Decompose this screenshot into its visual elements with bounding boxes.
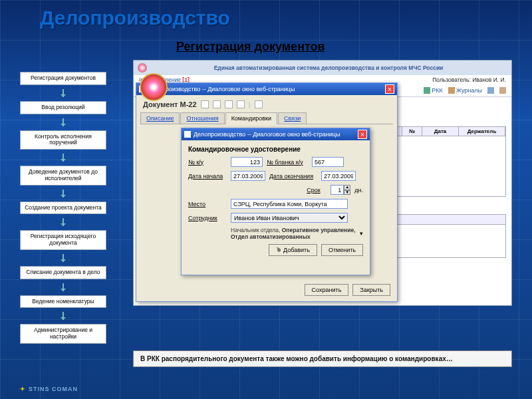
nav-step-create[interactable]: Создание проекта документа — [20, 201, 106, 215]
tab-trips[interactable]: Командировки — [225, 112, 277, 124]
term-unit: дн. — [354, 187, 363, 194]
dialog2-title: Делопроизводство -- Диалоговое окно веб-… — [194, 131, 355, 138]
trip-heading: Командировочное удостоверение — [188, 146, 363, 153]
page-sub-title: Регистрация документов — [176, 40, 325, 54]
arrow-down-icon — [63, 312, 64, 320]
dialog-icon — [184, 131, 191, 138]
nav-step-deliver[interactable]: Доведение документов до исполнителей — [20, 166, 106, 186]
doc-tool-icon[interactable] — [225, 100, 233, 108]
label-employee: Сотрудник — [188, 215, 227, 221]
nav-step-writeoff[interactable]: Списание документа в дело — [20, 266, 106, 279]
doc-tool-icon[interactable] — [213, 100, 221, 108]
journals-link[interactable]: Журналы — [448, 87, 482, 94]
label-num-ku: № к/у — [188, 159, 227, 166]
app-header: Единая автоматизированная система делопр… — [134, 61, 511, 75]
cancel-button[interactable]: Отменить — [321, 244, 363, 256]
doc-tool-icon[interactable] — [201, 100, 209, 108]
arrow-down-icon — [63, 218, 64, 226]
nav-step-admin[interactable]: Администрирование и настройки — [20, 324, 106, 344]
doc-tabs: Описание Отношения Командировки Связи — [140, 112, 393, 124]
term-stepper[interactable]: ▲▼ — [331, 185, 350, 195]
nav-step-resolutions[interactable]: Ввод резолюций — [20, 101, 106, 114]
tab-links[interactable]: Связи — [278, 112, 307, 124]
rkk-link[interactable]: РКК — [424, 87, 443, 94]
col-num[interactable]: № — [402, 127, 422, 136]
label-date-start: Дата начала — [188, 173, 227, 180]
rkk-icon — [424, 87, 430, 94]
select-employee[interactable]: Иванов Иван Иванович — [231, 213, 348, 223]
dialog1-title: Делопроизводство -- Диалоговое окно веб-… — [148, 86, 382, 92]
vendor-logo: STINS COMAN — [20, 386, 78, 392]
chevron-down-icon[interactable]: ▾ — [360, 230, 363, 237]
nav-step-control[interactable]: Контроль исполнения поручений — [20, 130, 106, 150]
label-num-blank: № бланка к/у — [267, 159, 308, 166]
doc-tool-icon[interactable] — [237, 100, 245, 108]
arrow-down-icon — [63, 118, 64, 126]
workflow-nav: Регистрация документов Ввод резолюций Ко… — [20, 72, 106, 344]
close-icon[interactable]: × — [385, 84, 394, 94]
close-icon[interactable]: × — [358, 130, 367, 139]
document-heading: Документ М-22 | — [140, 99, 393, 110]
arrow-down-icon — [63, 190, 64, 198]
arrow-down-icon — [63, 254, 64, 262]
input-date-end[interactable] — [321, 171, 356, 181]
arrow-down-icon — [63, 283, 64, 291]
nav-step-nomenclature[interactable]: Ведение номенклатуры — [20, 295, 106, 309]
label-date-end: Дата окончания — [269, 173, 317, 180]
nav-step-outgoing[interactable]: Регистрация исходящего документа — [20, 230, 106, 250]
spin-down-icon[interactable]: ▼ — [344, 190, 350, 196]
input-num-blank[interactable] — [312, 157, 344, 167]
emblem-large-icon — [140, 73, 168, 101]
employee-details: Начальник отдела, Оперативное управление… — [231, 227, 356, 240]
page-main-title: Делопроизводство — [40, 7, 230, 29]
generic-icon — [487, 87, 494, 94]
input-num-ku[interactable] — [231, 157, 263, 167]
trip-dialog: Делопроизводство -- Диалоговое окно веб-… — [181, 128, 370, 275]
label-place: Место — [188, 201, 227, 207]
journals-icon — [448, 87, 455, 94]
tool-icon-1[interactable] — [487, 87, 494, 94]
spin-up-icon[interactable]: ▲ — [344, 185, 350, 190]
doc-tool-icon[interactable] — [255, 100, 263, 108]
generic-icon — [499, 87, 506, 94]
input-date-start[interactable] — [231, 171, 265, 181]
close-button[interactable]: Закрыть — [352, 284, 390, 296]
tab-relations[interactable]: Отношения — [180, 112, 224, 124]
nav-step-register[interactable]: Регистрация документов — [20, 72, 106, 85]
emblem-icon — [138, 63, 147, 72]
app-header-title: Единая автоматизированная система делопр… — [150, 65, 507, 71]
dialog1-titlebar[interactable]: Делопроизводство -- Диалоговое окно веб-… — [136, 83, 397, 95]
tab-description[interactable]: Описание — [140, 112, 180, 124]
tool-icon-2[interactable] — [499, 87, 506, 94]
user-label: Пользователь: Иванов И. И. — [432, 76, 506, 83]
arrow-down-icon — [63, 154, 64, 162]
add-button[interactable]: 🖰 Добавить — [269, 244, 317, 256]
col-holder[interactable]: Держатель — [459, 127, 505, 136]
label-term: Срок — [307, 187, 327, 194]
save-button[interactable]: Сохранить — [305, 284, 349, 296]
input-term[interactable] — [331, 185, 344, 195]
col-date[interactable]: Дата — [422, 127, 459, 136]
slide-caption: В РКК распорядительного документа также … — [133, 350, 512, 367]
input-place[interactable] — [231, 199, 348, 209]
dialog2-titlebar[interactable]: Делопроизводство -- Диалоговое окно веб-… — [182, 128, 370, 140]
arrow-down-icon — [63, 89, 64, 97]
